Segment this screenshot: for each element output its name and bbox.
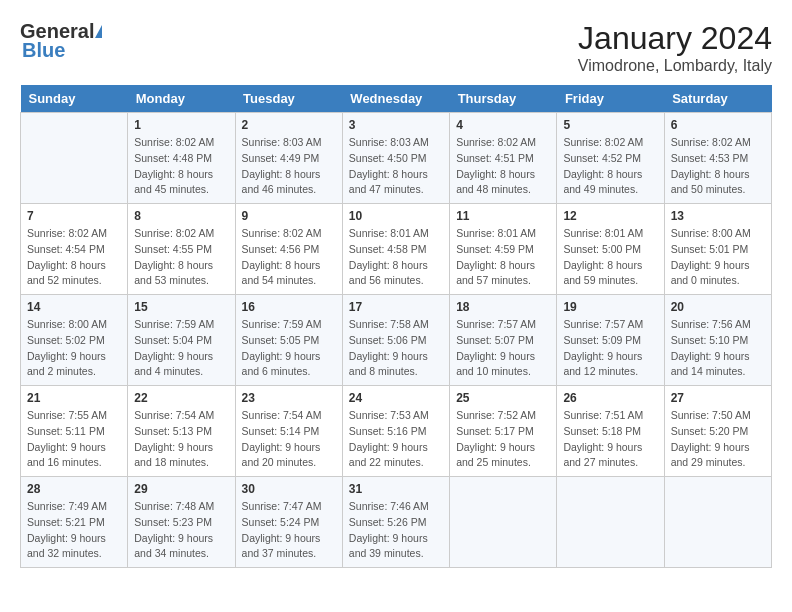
- calendar-cell: 10Sunrise: 8:01 AM Sunset: 4:58 PM Dayli…: [342, 204, 449, 295]
- calendar-cell: [21, 113, 128, 204]
- day-number: 26: [563, 391, 657, 405]
- day-info: Sunrise: 7:47 AM Sunset: 5:24 PM Dayligh…: [242, 499, 336, 562]
- day-number: 24: [349, 391, 443, 405]
- day-info: Sunrise: 8:02 AM Sunset: 4:51 PM Dayligh…: [456, 135, 550, 198]
- day-info: Sunrise: 7:57 AM Sunset: 5:09 PM Dayligh…: [563, 317, 657, 380]
- day-info: Sunrise: 7:59 AM Sunset: 5:04 PM Dayligh…: [134, 317, 228, 380]
- day-info: Sunrise: 8:02 AM Sunset: 4:52 PM Dayligh…: [563, 135, 657, 198]
- calendar-cell: 13Sunrise: 8:00 AM Sunset: 5:01 PM Dayli…: [664, 204, 771, 295]
- week-row-2: 7Sunrise: 8:02 AM Sunset: 4:54 PM Daylig…: [21, 204, 772, 295]
- calendar-cell: 29Sunrise: 7:48 AM Sunset: 5:23 PM Dayli…: [128, 477, 235, 568]
- day-number: 4: [456, 118, 550, 132]
- day-number: 10: [349, 209, 443, 223]
- calendar-cell: 21Sunrise: 7:55 AM Sunset: 5:11 PM Dayli…: [21, 386, 128, 477]
- day-number: 29: [134, 482, 228, 496]
- day-number: 6: [671, 118, 765, 132]
- day-info: Sunrise: 8:02 AM Sunset: 4:53 PM Dayligh…: [671, 135, 765, 198]
- day-info: Sunrise: 7:46 AM Sunset: 5:26 PM Dayligh…: [349, 499, 443, 562]
- day-number: 21: [27, 391, 121, 405]
- calendar-cell: 9Sunrise: 8:02 AM Sunset: 4:56 PM Daylig…: [235, 204, 342, 295]
- day-info: Sunrise: 7:56 AM Sunset: 5:10 PM Dayligh…: [671, 317, 765, 380]
- calendar-cell: 12Sunrise: 8:01 AM Sunset: 5:00 PM Dayli…: [557, 204, 664, 295]
- calendar-cell: [450, 477, 557, 568]
- day-number: 7: [27, 209, 121, 223]
- calendar-cell: 16Sunrise: 7:59 AM Sunset: 5:05 PM Dayli…: [235, 295, 342, 386]
- day-info: Sunrise: 7:52 AM Sunset: 5:17 PM Dayligh…: [456, 408, 550, 471]
- day-info: Sunrise: 8:01 AM Sunset: 5:00 PM Dayligh…: [563, 226, 657, 289]
- calendar-cell: 31Sunrise: 7:46 AM Sunset: 5:26 PM Dayli…: [342, 477, 449, 568]
- day-number: 19: [563, 300, 657, 314]
- day-info: Sunrise: 7:48 AM Sunset: 5:23 PM Dayligh…: [134, 499, 228, 562]
- day-number: 16: [242, 300, 336, 314]
- calendar-table: SundayMondayTuesdayWednesdayThursdayFrid…: [20, 85, 772, 568]
- calendar-cell: [664, 477, 771, 568]
- calendar-cell: 15Sunrise: 7:59 AM Sunset: 5:04 PM Dayli…: [128, 295, 235, 386]
- calendar-cell: 23Sunrise: 7:54 AM Sunset: 5:14 PM Dayli…: [235, 386, 342, 477]
- day-info: Sunrise: 8:00 AM Sunset: 5:01 PM Dayligh…: [671, 226, 765, 289]
- calendar-cell: 22Sunrise: 7:54 AM Sunset: 5:13 PM Dayli…: [128, 386, 235, 477]
- calendar-cell: 28Sunrise: 7:49 AM Sunset: 5:21 PM Dayli…: [21, 477, 128, 568]
- column-header-tuesday: Tuesday: [235, 85, 342, 113]
- logo-blue-text: Blue: [22, 39, 65, 62]
- location-text: Vimodrone, Lombardy, Italy: [578, 57, 772, 75]
- day-info: Sunrise: 7:59 AM Sunset: 5:05 PM Dayligh…: [242, 317, 336, 380]
- day-info: Sunrise: 7:58 AM Sunset: 5:06 PM Dayligh…: [349, 317, 443, 380]
- calendar-cell: [557, 477, 664, 568]
- calendar-cell: 17Sunrise: 7:58 AM Sunset: 5:06 PM Dayli…: [342, 295, 449, 386]
- day-number: 5: [563, 118, 657, 132]
- day-number: 9: [242, 209, 336, 223]
- week-row-4: 21Sunrise: 7:55 AM Sunset: 5:11 PM Dayli…: [21, 386, 772, 477]
- day-info: Sunrise: 8:00 AM Sunset: 5:02 PM Dayligh…: [27, 317, 121, 380]
- day-number: 31: [349, 482, 443, 496]
- calendar-cell: 26Sunrise: 7:51 AM Sunset: 5:18 PM Dayli…: [557, 386, 664, 477]
- day-info: Sunrise: 8:02 AM Sunset: 4:54 PM Dayligh…: [27, 226, 121, 289]
- calendar-cell: 27Sunrise: 7:50 AM Sunset: 5:20 PM Dayli…: [664, 386, 771, 477]
- day-number: 28: [27, 482, 121, 496]
- day-number: 2: [242, 118, 336, 132]
- calendar-cell: 20Sunrise: 7:56 AM Sunset: 5:10 PM Dayli…: [664, 295, 771, 386]
- day-number: 13: [671, 209, 765, 223]
- day-info: Sunrise: 7:50 AM Sunset: 5:20 PM Dayligh…: [671, 408, 765, 471]
- day-number: 18: [456, 300, 550, 314]
- column-header-thursday: Thursday: [450, 85, 557, 113]
- week-row-1: 1Sunrise: 8:02 AM Sunset: 4:48 PM Daylig…: [21, 113, 772, 204]
- day-info: Sunrise: 7:51 AM Sunset: 5:18 PM Dayligh…: [563, 408, 657, 471]
- day-info: Sunrise: 7:53 AM Sunset: 5:16 PM Dayligh…: [349, 408, 443, 471]
- day-info: Sunrise: 7:54 AM Sunset: 5:14 PM Dayligh…: [242, 408, 336, 471]
- day-number: 8: [134, 209, 228, 223]
- column-header-friday: Friday: [557, 85, 664, 113]
- calendar-cell: 7Sunrise: 8:02 AM Sunset: 4:54 PM Daylig…: [21, 204, 128, 295]
- column-header-wednesday: Wednesday: [342, 85, 449, 113]
- calendar-cell: 14Sunrise: 8:00 AM Sunset: 5:02 PM Dayli…: [21, 295, 128, 386]
- calendar-cell: 24Sunrise: 7:53 AM Sunset: 5:16 PM Dayli…: [342, 386, 449, 477]
- column-header-sunday: Sunday: [21, 85, 128, 113]
- calendar-cell: 18Sunrise: 7:57 AM Sunset: 5:07 PM Dayli…: [450, 295, 557, 386]
- page-header: General Blue January 2024 Vimodrone, Lom…: [20, 20, 772, 75]
- column-header-monday: Monday: [128, 85, 235, 113]
- calendar-cell: 2Sunrise: 8:03 AM Sunset: 4:49 PM Daylig…: [235, 113, 342, 204]
- day-info: Sunrise: 8:01 AM Sunset: 4:59 PM Dayligh…: [456, 226, 550, 289]
- calendar-cell: 3Sunrise: 8:03 AM Sunset: 4:50 PM Daylig…: [342, 113, 449, 204]
- calendar-cell: 6Sunrise: 8:02 AM Sunset: 4:53 PM Daylig…: [664, 113, 771, 204]
- day-number: 22: [134, 391, 228, 405]
- day-number: 3: [349, 118, 443, 132]
- logo: General Blue: [20, 20, 104, 62]
- day-number: 15: [134, 300, 228, 314]
- day-info: Sunrise: 8:02 AM Sunset: 4:55 PM Dayligh…: [134, 226, 228, 289]
- day-number: 20: [671, 300, 765, 314]
- calendar-cell: 30Sunrise: 7:47 AM Sunset: 5:24 PM Dayli…: [235, 477, 342, 568]
- day-info: Sunrise: 8:01 AM Sunset: 4:58 PM Dayligh…: [349, 226, 443, 289]
- title-block: January 2024 Vimodrone, Lombardy, Italy: [578, 20, 772, 75]
- day-number: 30: [242, 482, 336, 496]
- day-info: Sunrise: 8:03 AM Sunset: 4:49 PM Dayligh…: [242, 135, 336, 198]
- day-number: 12: [563, 209, 657, 223]
- day-info: Sunrise: 7:55 AM Sunset: 5:11 PM Dayligh…: [27, 408, 121, 471]
- calendar-cell: 19Sunrise: 7:57 AM Sunset: 5:09 PM Dayli…: [557, 295, 664, 386]
- column-header-saturday: Saturday: [664, 85, 771, 113]
- month-title: January 2024: [578, 20, 772, 57]
- day-number: 27: [671, 391, 765, 405]
- day-info: Sunrise: 8:03 AM Sunset: 4:50 PM Dayligh…: [349, 135, 443, 198]
- day-number: 25: [456, 391, 550, 405]
- week-row-5: 28Sunrise: 7:49 AM Sunset: 5:21 PM Dayli…: [21, 477, 772, 568]
- calendar-cell: 5Sunrise: 8:02 AM Sunset: 4:52 PM Daylig…: [557, 113, 664, 204]
